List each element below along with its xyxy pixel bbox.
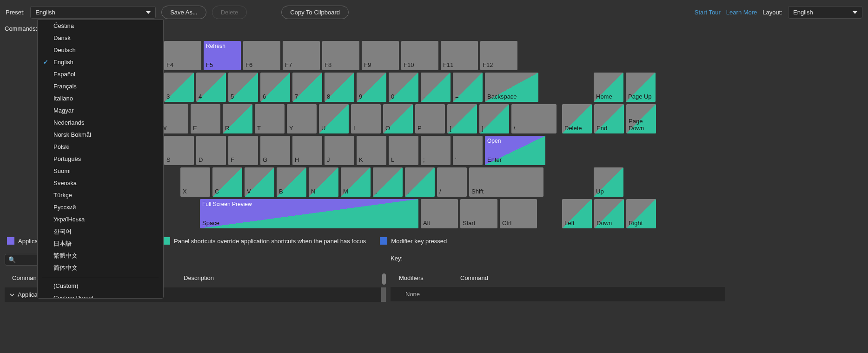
- key-f9[interactable]: F9: [362, 41, 399, 70]
- key-t[interactable]: T: [255, 104, 285, 133]
- key--[interactable]: ;: [421, 136, 451, 165]
- key-home[interactable]: Home: [594, 73, 623, 102]
- menu-item[interactable]: (Custom): [38, 280, 163, 292]
- menu-item[interactable]: Nederlands: [38, 117, 163, 129]
- menu-item[interactable]: Português: [38, 153, 163, 165]
- key-0[interactable]: 0: [389, 73, 418, 102]
- menu-item[interactable]: УкраїНська: [38, 213, 163, 226]
- key-k[interactable]: K: [357, 136, 386, 165]
- menu-item[interactable]: Norsk Bokmål: [38, 129, 163, 141]
- key-p[interactable]: P: [415, 104, 445, 133]
- key--[interactable]: \: [511, 104, 557, 133]
- key-up[interactable]: Up: [594, 167, 623, 197]
- key-y[interactable]: Y: [287, 104, 317, 133]
- key-d[interactable]: D: [196, 136, 226, 165]
- key-label: B: [279, 188, 283, 195]
- key-5[interactable]: 5: [228, 73, 258, 102]
- menu-item[interactable]: English: [38, 56, 163, 68]
- key-right[interactable]: Right: [626, 199, 656, 228]
- key-b[interactable]: B: [277, 167, 306, 197]
- key-4[interactable]: 4: [196, 73, 226, 102]
- key-end[interactable]: End: [594, 104, 624, 133]
- scrollbar-thumb[interactable]: [382, 273, 386, 285]
- menu-item[interactable]: Custom Preset: [38, 292, 163, 299]
- key-label: F8: [325, 61, 331, 68]
- preset-dropdown[interactable]: English: [30, 6, 156, 19]
- save-as-button[interactable]: Save As...: [161, 6, 206, 19]
- menu-item[interactable]: Dansk: [38, 32, 163, 44]
- key-i[interactable]: I: [351, 104, 381, 133]
- key-start[interactable]: Start: [460, 199, 497, 228]
- key-page-down[interactable]: Page Down: [626, 104, 656, 133]
- key-alt[interactable]: Alt: [421, 199, 458, 228]
- key-m[interactable]: M: [341, 167, 371, 197]
- menu-item[interactable]: 简体中文: [38, 262, 163, 274]
- key-e[interactable]: E: [191, 104, 220, 133]
- key-c[interactable]: C: [212, 167, 242, 197]
- key-f5[interactable]: F5Refresh: [204, 41, 241, 70]
- key-6[interactable]: 6: [260, 73, 290, 102]
- key-f7[interactable]: F7: [283, 41, 320, 70]
- menu-item[interactable]: 日本語: [38, 238, 163, 250]
- key-down[interactable]: Down: [594, 199, 624, 228]
- learn-more-link[interactable]: Learn More: [726, 9, 757, 16]
- key-backspace[interactable]: Backspace: [485, 73, 538, 102]
- menu-item[interactable]: Polski: [38, 141, 163, 153]
- key-v[interactable]: V: [245, 167, 274, 197]
- key-shift[interactable]: Shift: [469, 167, 543, 197]
- key-f11[interactable]: F11: [441, 41, 478, 70]
- key-left[interactable]: Left: [562, 199, 592, 228]
- key-f6[interactable]: F6: [243, 41, 280, 70]
- key-o[interactable]: O: [383, 104, 413, 133]
- key-f4[interactable]: F4: [164, 41, 201, 70]
- key-u[interactable]: U: [319, 104, 349, 133]
- key-page-up[interactable]: Page Up: [626, 73, 656, 102]
- start-tour-link[interactable]: Start Tour: [695, 9, 721, 16]
- key--[interactable]: -: [421, 73, 451, 102]
- menu-item[interactable]: 繁體中文: [38, 250, 163, 262]
- key-7[interactable]: 7: [292, 73, 322, 102]
- key-8[interactable]: 8: [325, 73, 354, 102]
- key-f8[interactable]: F8: [322, 41, 359, 70]
- menu-item[interactable]: Deutsch: [38, 44, 163, 56]
- menu-item[interactable]: Magyar: [38, 105, 163, 117]
- key--[interactable]: =: [453, 73, 483, 102]
- menu-item[interactable]: Italiano: [38, 93, 163, 105]
- menu-item[interactable]: Español: [38, 68, 163, 80]
- key-space[interactable]: SpaceFull Screen Preview: [200, 199, 418, 228]
- key--[interactable]: /: [437, 167, 467, 197]
- menu-item[interactable]: 한국어: [38, 226, 163, 238]
- key-ctrl[interactable]: Ctrl: [500, 199, 537, 228]
- key-h[interactable]: H: [292, 136, 322, 165]
- layout-dropdown[interactable]: English: [788, 6, 862, 19]
- key-n[interactable]: N: [309, 167, 338, 197]
- key-f12[interactable]: F12: [480, 41, 517, 70]
- key-l[interactable]: L: [389, 136, 418, 165]
- menu-item[interactable]: Français: [38, 80, 163, 93]
- key-s[interactable]: S: [164, 136, 194, 165]
- key-g[interactable]: G: [260, 136, 290, 165]
- key--[interactable]: [: [447, 104, 477, 133]
- key-9[interactable]: 9: [357, 73, 386, 102]
- key--[interactable]: ': [453, 136, 483, 165]
- key-r[interactable]: R: [223, 104, 252, 133]
- key-f[interactable]: F: [228, 136, 258, 165]
- menu-item[interactable]: Svenska: [38, 177, 163, 189]
- key-x[interactable]: X: [180, 167, 210, 197]
- key-none-value[interactable]: None: [391, 287, 725, 301]
- copy-clipboard-button[interactable]: Copy To Clipboard: [281, 6, 349, 19]
- key--[interactable]: .: [405, 167, 435, 197]
- key-delete[interactable]: Delete: [562, 104, 592, 133]
- key-label: Ctrl: [502, 220, 511, 226]
- key--[interactable]: ]: [479, 104, 509, 133]
- menu-item[interactable]: Русский: [38, 201, 163, 213]
- menu-item[interactable]: Türkçe: [38, 189, 163, 201]
- key--[interactable]: ,: [373, 167, 403, 197]
- key-f10[interactable]: F10: [401, 41, 438, 70]
- key-3[interactable]: 3: [164, 73, 194, 102]
- menu-item[interactable]: Čeština: [38, 20, 163, 32]
- key-label: Backspace: [487, 93, 517, 100]
- key-j[interactable]: J: [325, 136, 354, 165]
- key-enter[interactable]: EnterOpen: [485, 136, 545, 165]
- menu-item[interactable]: Suomi: [38, 165, 163, 177]
